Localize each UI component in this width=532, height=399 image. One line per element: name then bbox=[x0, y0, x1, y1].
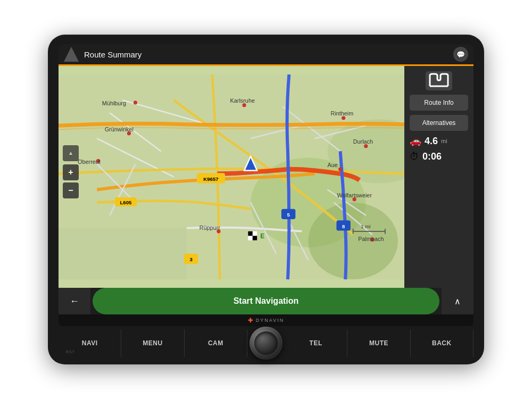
svg-text:K9657: K9657 bbox=[203, 176, 218, 182]
svg-point-55 bbox=[134, 101, 137, 104]
svg-text:E: E bbox=[260, 232, 264, 240]
svg-text:Oberreut: Oberreut bbox=[78, 159, 101, 165]
svg-point-20 bbox=[342, 116, 345, 120]
svg-text:1 mi: 1 mi bbox=[361, 223, 370, 229]
svg-rect-50 bbox=[248, 231, 252, 236]
svg-text:Karlsruhe: Karlsruhe bbox=[230, 97, 255, 104]
tel-button[interactable]: TEL bbox=[285, 329, 347, 357]
screen: Route Summary 💬 bbox=[59, 44, 473, 326]
bottom-button-row: NAVI MENU CAM TEL MUTE BACK RST bbox=[59, 329, 473, 357]
svg-text:3: 3 bbox=[189, 256, 192, 262]
zoom-in-button[interactable]: + bbox=[63, 164, 79, 180]
svg-point-19 bbox=[242, 103, 246, 107]
duration-icon: ⏱ bbox=[410, 151, 419, 162]
zoom-out-button[interactable]: − bbox=[63, 182, 79, 198]
distance-stat: 🚗 4.6 mi bbox=[410, 135, 468, 147]
svg-text:Rintheim: Rintheim bbox=[331, 110, 354, 117]
center-knob[interactable] bbox=[250, 327, 282, 360]
svg-rect-3 bbox=[59, 228, 187, 279]
svg-text:Grünwinkel: Grünwinkel bbox=[105, 126, 134, 132]
cam-button[interactable]: CAM bbox=[185, 329, 247, 357]
zoom-controls: ▲ + − bbox=[63, 145, 79, 198]
dynavin-logo: ✚ DYNAVIN bbox=[248, 317, 284, 324]
screen-bottom-bar: ← Start Navigation ∧ bbox=[59, 288, 473, 314]
svg-text:Palmbach: Palmbach bbox=[358, 236, 384, 242]
right-panel: Route Info Alternatives 🚗 4.6 mi ⏱ 0:06 bbox=[404, 66, 473, 288]
compass-icon[interactable]: ▲ bbox=[63, 145, 79, 161]
menu-button[interactable]: MENU bbox=[121, 329, 184, 357]
duration-value: 0:06 bbox=[422, 151, 442, 162]
main-content: Grünwinkel Oberreut Karlsruhe Rintheim D… bbox=[59, 66, 473, 288]
svg-text:8: 8 bbox=[342, 223, 345, 229]
svg-text:Wolfartsweier: Wolfartsweier bbox=[337, 192, 372, 198]
rst-label: RST bbox=[66, 350, 75, 354]
svg-point-2 bbox=[308, 203, 398, 279]
highway-icon bbox=[426, 71, 452, 90]
distance-unit: mi bbox=[441, 138, 447, 144]
alternatives-button[interactable]: Alternatives bbox=[410, 115, 468, 131]
nav-arrow-icon[interactable] bbox=[64, 47, 79, 62]
back-button[interactable]: ← bbox=[59, 288, 90, 314]
back-hw-button[interactable]: BACK bbox=[411, 329, 473, 357]
svg-text:Durlach: Durlach bbox=[353, 138, 373, 145]
svg-text:Mühlburg: Mühlburg bbox=[102, 100, 126, 106]
distance-icon: 🚗 bbox=[410, 135, 421, 147]
svg-point-22 bbox=[338, 167, 342, 171]
top-bar: Route Summary 💬 bbox=[59, 44, 473, 64]
route-info-button[interactable]: Route Info bbox=[410, 95, 468, 111]
distance-value: 4.6 bbox=[425, 136, 438, 147]
map-area[interactable]: Grünwinkel Oberreut Karlsruhe Rintheim D… bbox=[59, 66, 404, 288]
svg-text:L605: L605 bbox=[120, 200, 132, 205]
duration-stat: ⏱ 0:06 bbox=[410, 151, 468, 162]
up-button[interactable]: ∧ bbox=[442, 288, 473, 314]
speech-icon[interactable]: 💬 bbox=[453, 47, 468, 62]
mute-button[interactable]: MUTE bbox=[347, 329, 410, 357]
svg-text:5: 5 bbox=[287, 212, 290, 218]
route-summary-title: Route Summary bbox=[84, 50, 453, 59]
svg-text:Aue: Aue bbox=[328, 162, 338, 168]
device-body: Route Summary 💬 bbox=[48, 35, 484, 364]
svg-point-21 bbox=[364, 144, 368, 148]
svg-text:Rüppurr: Rüppurr bbox=[200, 225, 221, 231]
start-navigation-button[interactable]: Start Navigation bbox=[93, 288, 439, 314]
knob-container[interactable] bbox=[247, 325, 285, 362]
svg-rect-51 bbox=[253, 236, 257, 240]
knob-inner bbox=[254, 331, 278, 355]
